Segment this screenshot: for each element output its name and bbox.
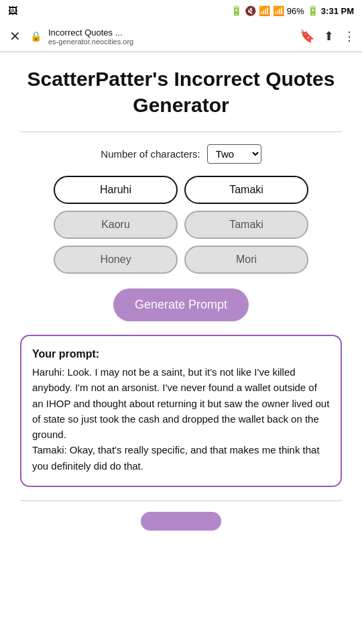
bookmark-button[interactable]: 🔖 xyxy=(300,29,314,44)
clock: 3:31 PM xyxy=(321,6,354,16)
char-button-haruhi[interactable]: Haruhi xyxy=(54,176,178,204)
character-grid: Haruhi Tamaki Kaoru Tamaki Honey Mori xyxy=(54,176,308,274)
lock-icon: 🔒 xyxy=(30,31,42,42)
status-left: 🖼 xyxy=(8,5,17,16)
signal-icon: 📶 xyxy=(273,5,284,16)
status-right: 🔋 🔇 📶 📶 96% 🔋 3:31 PM xyxy=(231,5,354,16)
browser-actions: 🔖 ⬆ ⋮ xyxy=(300,29,355,44)
main-content: ScatterPatter's Incorrect Quotes Generat… xyxy=(0,52,362,557)
browser-bar: ✕ 🔒 Incorrect Quotes ... es-generator.ne… xyxy=(0,21,362,52)
image-icon: 🖼 xyxy=(8,5,17,16)
browser-url: es-generator.neocities.org xyxy=(48,38,293,46)
title-separator xyxy=(20,131,342,132)
char-button-tamaki-1[interactable]: Tamaki xyxy=(184,176,308,204)
generate-prompt-button[interactable]: Generate Prompt xyxy=(113,288,249,321)
share-button[interactable]: ⬆ xyxy=(324,29,334,44)
page-title: ScatterPatter's Incorrect Quotes Generat… xyxy=(20,66,342,118)
battery-alert-icon: 🔋 xyxy=(231,5,242,16)
bottom-btn-area xyxy=(20,512,342,544)
prompt-label: Your prompt: xyxy=(32,348,330,360)
prompt-text: Haruhi: Look. I may not be a saint, but … xyxy=(32,364,330,474)
characters-label: Number of characters: xyxy=(101,148,200,160)
battery-icon: 🔋 xyxy=(307,5,318,16)
more-options-button[interactable]: ⋮ xyxy=(343,29,355,44)
char-button-mori[interactable]: Mori xyxy=(184,246,308,274)
char-button-kaoru[interactable]: Kaoru xyxy=(54,211,178,239)
characters-select[interactable]: One Two Three Four Five Six Seven xyxy=(207,144,261,164)
char-button-honey[interactable]: Honey xyxy=(54,246,178,274)
close-tab-button[interactable]: ✕ xyxy=(7,25,23,47)
url-area[interactable]: Incorrect Quotes ... es-generator.neocit… xyxy=(48,28,293,46)
status-bar: 🖼 🔋 🔇 📶 📶 96% 🔋 3:31 PM xyxy=(0,0,362,21)
characters-row: Number of characters: One Two Three Four… xyxy=(20,144,342,164)
battery-percent: 96% xyxy=(287,6,304,16)
bottom-partial-button[interactable] xyxy=(141,512,221,531)
browser-title: Incorrect Quotes ... xyxy=(48,28,293,38)
char-button-tamaki-2[interactable]: Tamaki xyxy=(184,211,308,239)
prompt-box: Your prompt: Haruhi: Look. I may not be … xyxy=(20,335,342,487)
mute-icon: 🔇 xyxy=(245,5,256,16)
wifi-icon: 📶 xyxy=(259,5,270,16)
bottom-divider xyxy=(20,500,342,501)
